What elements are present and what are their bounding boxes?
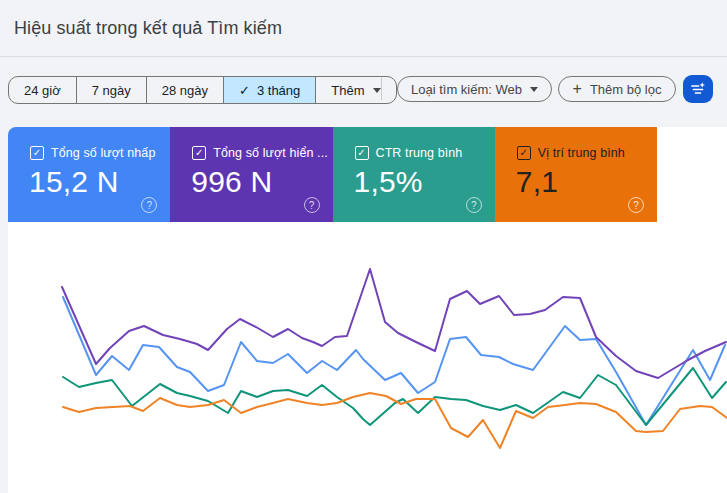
- check-icon: ✓: [239, 84, 250, 97]
- checkbox-checked-icon[interactable]: ✓: [355, 146, 369, 160]
- checkbox-checked-icon[interactable]: ✓: [192, 146, 206, 160]
- check-icon: ✓: [33, 148, 41, 158]
- series-line-clicks: [63, 297, 725, 425]
- tile-label: Tổng số lượt hiển ...: [213, 146, 328, 160]
- tile-value: 7,1: [516, 165, 657, 199]
- date-range-28d-label: 28 ngày: [162, 83, 208, 98]
- tile-average-position[interactable]: ✓ Vị trí trung bình 7,1 ?: [495, 127, 657, 222]
- tile-value: 1,5%: [354, 165, 495, 199]
- help-icon[interactable]: ?: [628, 197, 644, 213]
- tile-total-clicks[interactable]: ✓ Tổng số lượt nhấp 15,2 N ?: [8, 127, 170, 222]
- date-range-24h[interactable]: 24 giờ: [9, 77, 76, 103]
- performance-chart[interactable]: [0, 240, 727, 493]
- date-range-28d[interactable]: 28 ngày: [146, 77, 223, 103]
- toolbar-divider: [381, 78, 382, 100]
- chevron-down-icon: [373, 88, 381, 93]
- search-type-dropdown[interactable]: Loại tìm kiếm: Web: [397, 76, 552, 102]
- date-range-3m[interactable]: ✓ 3 tháng: [223, 77, 315, 103]
- checkbox-checked-icon[interactable]: ✓: [30, 146, 44, 160]
- chevron-down-icon: [530, 87, 538, 92]
- add-filter-label: Thêm bộ lọc: [590, 82, 662, 97]
- checkbox-checked-icon[interactable]: ✓: [517, 146, 531, 160]
- date-range-more-label: Thêm: [331, 83, 364, 98]
- tile-value: 15,2 N: [29, 165, 170, 199]
- help-icon[interactable]: ?: [141, 197, 157, 213]
- date-range-3m-label: 3 tháng: [257, 83, 300, 98]
- plus-icon: +: [573, 81, 582, 97]
- date-range-7d[interactable]: 7 ngày: [76, 77, 146, 103]
- tile-total-impressions[interactable]: ✓ Tổng số lượt hiển ... 996 N ?: [170, 127, 332, 222]
- date-range-segmented-control: 24 giờ 7 ngày 28 ngày ✓ 3 tháng Thêm: [8, 76, 397, 104]
- help-icon[interactable]: ?: [466, 197, 482, 213]
- search-type-label: Loại tìm kiếm: Web: [411, 82, 522, 97]
- metric-tiles: ✓ Tổng số lượt nhấp 15,2 N ? ✓ Tổng số l…: [8, 127, 657, 222]
- help-icon[interactable]: ?: [304, 197, 320, 213]
- tile-label: Vị trí trung bình: [538, 146, 625, 160]
- tile-value: 996 N: [191, 165, 332, 199]
- filter-sparkle-icon: [690, 81, 706, 97]
- tile-label: Tổng số lượt nhấp: [51, 146, 155, 160]
- check-icon: ✓: [520, 148, 528, 158]
- check-icon: ✓: [195, 148, 203, 158]
- page-title: Hiệu suất trong kết quả Tìm kiếm: [14, 18, 282, 39]
- header-divider: [0, 56, 727, 57]
- add-filter-button[interactable]: + Thêm bộ lọc: [558, 76, 676, 102]
- tile-average-ctr[interactable]: ✓ CTR trung bình 1,5% ?: [333, 127, 495, 222]
- filter-settings-button[interactable]: [683, 75, 713, 103]
- date-range-24h-label: 24 giờ: [24, 83, 61, 98]
- date-range-7d-label: 7 ngày: [92, 83, 131, 98]
- check-icon: ✓: [357, 148, 365, 158]
- tile-label: CTR trung bình: [376, 146, 463, 160]
- series-line-impressions: [62, 269, 726, 378]
- date-range-more[interactable]: Thêm: [315, 77, 395, 103]
